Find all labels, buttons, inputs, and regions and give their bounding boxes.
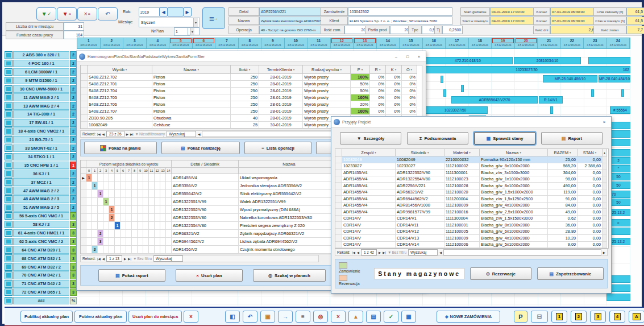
last-record-icon[interactable]: ▶| xyxy=(128,257,131,261)
vertical-scrollbar[interactable] xyxy=(603,163,607,170)
reservations-button[interactable]: ⊙Rezerwacje xyxy=(470,267,531,280)
vertical-scrollbar[interactable] xyxy=(603,209,607,216)
machine-row[interactable]: 13 AWM MAG 2 / 42 xyxy=(5,102,77,110)
timeline-day[interactable]: 154 8 12 16 20 24 xyxy=(400,38,423,48)
row-selector[interactable] xyxy=(81,182,86,190)
row-selector[interactable] xyxy=(81,238,86,246)
row-selector[interactable] xyxy=(335,216,342,222)
row-selector[interactable] xyxy=(81,198,86,206)
operation-value[interactable]: 40 - Toczyć na gotowo ISO 2768-m xyxy=(259,26,322,34)
table-row[interactable]: CDR14/VCDR14/V121112100005Blacha_g/w_6x1… xyxy=(335,229,608,236)
p-button[interactable]: P xyxy=(514,311,527,323)
gantt-bar[interactable]: R.14/V1 xyxy=(539,96,563,104)
filter-clear-button[interactable]: ×× xyxy=(77,7,97,20)
next-record-icon[interactable]: ▶ xyxy=(379,251,381,254)
gantt-bar[interactable]: 472.210.618/10 xyxy=(423,57,513,64)
machine-row[interactable]: ###% xyxy=(5,297,77,305)
row-selector[interactable] xyxy=(335,170,342,176)
machine-row[interactable]: 11 AWM MAG 2 / 12 xyxy=(5,93,77,101)
bottom-toolbar-icon-8[interactable]: ▲ xyxy=(348,311,363,323)
plan-view-button-A[interactable]: A xyxy=(629,311,644,323)
filter-block-button[interactable]: ▼× xyxy=(57,7,77,20)
timeline-day[interactable]: 54 8 12 16 20 24 xyxy=(169,38,193,48)
timeline-day[interactable]: 244 8 12 16 20 24 xyxy=(607,38,630,48)
timeline-day[interactable]: 134 8 12 16 20 24 xyxy=(354,38,377,48)
bottom-toolbar-icon-10[interactable]: ✓ xyxy=(384,311,398,323)
column-header[interactable]: Rodzaj wyrobu▾ xyxy=(303,65,351,74)
schedule-window-titlebar[interactable]: HarmonogramPlanObcStanNaPodstawieWykresG… xyxy=(77,51,426,62)
machine-row[interactable]: 51 AWM MAG 2 / 52 xyxy=(5,204,77,212)
column-header[interactable]: Materiał▾ xyxy=(444,149,480,156)
row-selector[interactable] xyxy=(81,74,88,81)
table-row[interactable]: S408.Z212.706Piston25028-01-2019Wyrób pr… xyxy=(81,101,422,108)
column-header[interactable]: K▾ xyxy=(386,65,402,74)
bottom-toolbar-icon-11[interactable]: ▦ xyxy=(401,311,416,323)
gantt-bar[interactable]: 10233027/50 xyxy=(423,106,488,114)
machine-row[interactable]: 48 AWM MAG 2 / 32 xyxy=(5,195,77,203)
bottom-toolbar-icon-6[interactable]: ◎ xyxy=(313,311,328,323)
row-selector[interactable] xyxy=(335,222,342,229)
table-row[interactable]: CDR14/VCDR14/V11111300004Blacha_z/w_1,5x… xyxy=(335,216,608,222)
timeline-day[interactable]: 164 8 12 16 20 24 xyxy=(423,38,446,48)
hscroll-left-icon[interactable]: ◀ xyxy=(198,133,200,136)
row-selector[interactable] xyxy=(335,163,342,170)
timeline-day[interactable]: 204 8 12 16 20 24 xyxy=(515,38,538,48)
components-record-bar[interactable]: Rekord: |◀◀ 1 z 13 ▶▶| ▼Bez filtru Wyszu… xyxy=(80,255,319,262)
table-row[interactable]: S408.Z212.701Piston25028-01-2019Wyrób pr… xyxy=(81,81,422,88)
machine-row[interactable]: 10 CNC UWM-5000 / 12 xyxy=(5,85,77,93)
machine-row[interactable]: 71 CNC ATM D42 / 23 xyxy=(5,280,77,288)
gantt-bar[interactable] xyxy=(606,294,630,301)
month-select[interactable]: Styczeń▾ xyxy=(139,18,200,27)
table-row[interactable]: ADR1455/V4ADR6944562/V21111200004Blacha_… xyxy=(335,196,608,203)
row-selector[interactable] xyxy=(81,88,88,94)
machine-row[interactable]: 35 CNC HPB 1 / 11 xyxy=(5,162,77,170)
machine-row[interactable]: 68 CNC ATM D32 / 13 xyxy=(5,254,77,262)
vertical-scrollbar[interactable] xyxy=(603,235,607,242)
search-input[interactable]: Wyszukaj xyxy=(153,255,183,262)
row-selector[interactable] xyxy=(335,235,342,242)
filter-apply-button[interactable]: ▼✓ xyxy=(36,7,56,20)
machine-row[interactable]: 4 POC 160 / 12 xyxy=(5,60,77,68)
delete-small-button[interactable]: × xyxy=(184,311,198,323)
dialog-record-bar[interactable]: Rekord: |◀◀ 1 z 42 ▶▶| ▼Bez filtru Wyszu… xyxy=(335,249,608,256)
prev-record-icon[interactable]: ◀ xyxy=(102,257,105,261)
vertical-scrollbar[interactable] xyxy=(603,156,607,163)
search-input[interactable]: Wyszukaj xyxy=(167,131,196,137)
client-value[interactable]: ELEN Systems Sp. z o. o. ; Wrocław ; Wro… xyxy=(348,16,452,25)
vertical-scrollbar[interactable] xyxy=(603,170,607,176)
row-selector[interactable] xyxy=(335,196,342,203)
machine-row[interactable]: 69 CNC ATM D32 / 23 xyxy=(5,263,77,271)
column-header[interactable]: TerminKlienta▾ xyxy=(259,65,303,74)
batch-value[interactable]: 20 xyxy=(390,26,410,34)
plan-view-button-3[interactable]: 3 xyxy=(590,311,606,323)
timeline-day[interactable]: 174 8 12 16 20 24 xyxy=(446,38,469,48)
show-realization-button[interactable]: ▤Pokaż realizację xyxy=(161,142,240,154)
bottom-toolbar-icon-2[interactable]: ↶ xyxy=(243,311,257,323)
bottom-toolbar-icon-9[interactable]: ▤ xyxy=(366,311,381,323)
table-row[interactable]: S408.Z212.704Piston25028-01-2019Wyrób pr… xyxy=(81,88,422,94)
timeline-day[interactable]: 94 8 12 16 20 24 xyxy=(261,38,285,48)
operation-list-button[interactable]: ≡Lista operacji xyxy=(244,142,311,154)
row-selector[interactable] xyxy=(81,101,88,108)
column-header[interactable]: O▾ xyxy=(402,65,417,74)
plan-view-button-4[interactable]: 4 xyxy=(609,311,625,323)
print-button[interactable]: ⊟ xyxy=(531,311,548,323)
machine-row[interactable]: 61 4-axis CNC HMC1 / 13 xyxy=(5,229,77,237)
machine-row[interactable]: 21 BG-75 / 12 xyxy=(5,136,77,144)
table-row[interactable]: 10233027102330271112100002Blacha_g/w_8x1… xyxy=(335,163,608,170)
bottom-toolbar-icon-4[interactable]: → xyxy=(278,311,293,323)
project-dialog-titlebar[interactable]: Przyjęty Projekt × xyxy=(331,117,611,127)
vertical-scrollbar[interactable] xyxy=(603,196,607,203)
order-qty-value[interactable]: 20 xyxy=(344,26,367,34)
column-header[interactable]: STAN▾ xyxy=(577,149,603,156)
row-selector[interactable] xyxy=(335,156,342,163)
gantt-bar[interactable]: ADR555642/V2/70 xyxy=(451,96,538,104)
row-selector[interactable] xyxy=(335,189,342,196)
row-selector[interactable] xyxy=(81,206,86,214)
load-plan-button[interactable]: ≡→ xyxy=(202,7,225,29)
plan-view-button-2[interactable]: 2 xyxy=(571,311,587,323)
table-row[interactable]: S408.Z212.707Piston25028-01-2019Wyrób pr… xyxy=(81,108,422,115)
tj-value[interactable]: 0,2500 xyxy=(442,26,463,34)
vertical-scrollbar[interactable] xyxy=(603,183,607,189)
plan-view-button-1[interactable]: 1 xyxy=(551,311,567,323)
